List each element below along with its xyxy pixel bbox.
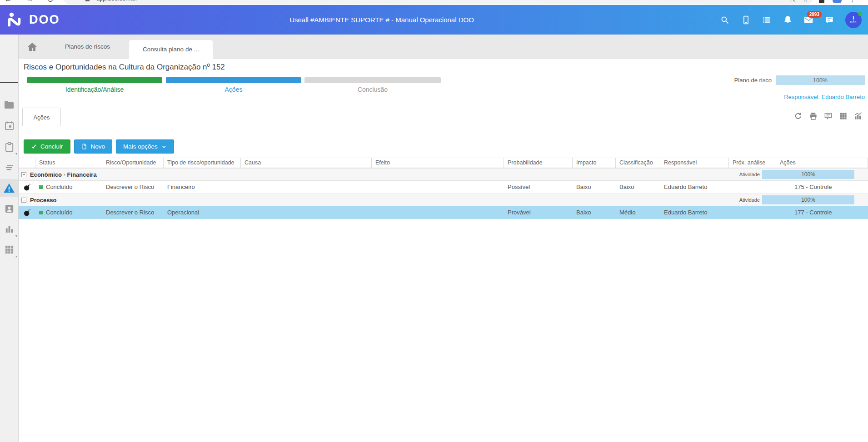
grid-header-cell[interactable]: Probabilidade bbox=[504, 158, 573, 168]
user-avatar[interactable]: ! DOO bbox=[845, 12, 862, 28]
responsible-link[interactable]: Responsável: Eduardo Barreto bbox=[784, 94, 865, 100]
grid-cell-responsavel: Eduardo Barreto bbox=[660, 181, 729, 194]
app-logo[interactable]: DOO bbox=[7, 11, 60, 29]
browser-bookmark-icon[interactable]: ☆ bbox=[803, 0, 808, 3]
status-cell: Concluído bbox=[35, 206, 102, 219]
group-row[interactable]: Econômico - FinanceiraAtividade100% bbox=[19, 168, 868, 181]
grid-cell-risco: Descrever o Risco bbox=[102, 206, 164, 219]
browser-menu-icon[interactable]: ⋮ bbox=[849, 0, 855, 3]
group-row[interactable]: ProcessoAtividade100% bbox=[19, 194, 868, 206]
sidebar: ▾ ▾ ▾ bbox=[0, 35, 19, 442]
bomb-icon bbox=[23, 183, 31, 191]
grid-header-cell[interactable]: Causa bbox=[241, 158, 372, 168]
status-green-square bbox=[39, 185, 43, 189]
grid-cell-impacto: Baixo bbox=[573, 206, 616, 219]
collapse-icon[interactable] bbox=[21, 172, 26, 177]
bomb-icon bbox=[23, 209, 31, 217]
concluir-button[interactable]: Concluir bbox=[24, 139, 70, 154]
refresh-icon[interactable] bbox=[794, 112, 803, 120]
status-cell: Concluído bbox=[35, 181, 102, 194]
stepper-label-acoes: Ações bbox=[166, 86, 301, 93]
mobile-icon[interactable] bbox=[741, 15, 751, 25]
browser-extension-icon[interactable] bbox=[819, 0, 824, 5]
grid-cell-tipo: Financeiro bbox=[164, 181, 241, 194]
new-document-icon bbox=[81, 144, 87, 149]
page-title: Riscos e Oportunidades na Cultura da Org… bbox=[24, 63, 225, 72]
activity-label: Atividade bbox=[739, 197, 760, 203]
group-name: Econômico - Financeira bbox=[30, 171, 97, 178]
grid-cell-tipo: Operacional bbox=[164, 206, 241, 219]
site-info-icon[interactable] bbox=[85, 0, 90, 1]
grid-cell-responsavel: Eduardo Barreto bbox=[660, 206, 729, 219]
tab-planos-de-riscos[interactable]: Planos de riscos bbox=[46, 35, 129, 59]
logo-text: DOO bbox=[29, 13, 60, 27]
grid-cell-acoes: 177 - Controle bbox=[776, 206, 868, 219]
grid-header-cell[interactable]: Efeito bbox=[372, 158, 504, 168]
sidebar-item-apps-grid[interactable]: ▾ bbox=[0, 241, 18, 258]
grid-cell-impacto: Baixo bbox=[573, 181, 616, 194]
plan-progress-label: Plano de risco bbox=[734, 77, 772, 84]
grid-cell-classificacao: Baixo bbox=[616, 181, 660, 194]
grid-header-cell[interactable]: Ações bbox=[776, 158, 868, 168]
notifications-bell-icon[interactable] bbox=[783, 15, 793, 25]
group-name: Processo bbox=[30, 197, 57, 204]
activity-progress-bar: 100% bbox=[762, 195, 854, 204]
sidebar-item-clipboard[interactable]: ▾ bbox=[0, 139, 18, 155]
novo-button[interactable]: Novo bbox=[74, 139, 113, 154]
grid-header-cell[interactable]: Próx. análise bbox=[729, 158, 776, 168]
stepper-segment-conclusao[interactable] bbox=[304, 77, 441, 83]
grid-header-cell[interactable] bbox=[19, 158, 35, 168]
mail-icon[interactable]: 2093 bbox=[803, 15, 813, 25]
sidebar-item-calendar[interactable] bbox=[0, 117, 18, 134]
grid-view-icon[interactable] bbox=[839, 112, 848, 120]
chat-icon[interactable] bbox=[824, 15, 834, 25]
activity-progress-bar: 100% bbox=[762, 170, 854, 179]
grid-body: Econômico - FinanceiraAtividade100%Concl… bbox=[19, 168, 868, 219]
grid-header-cell[interactable]: Classificação bbox=[616, 158, 660, 168]
search-icon[interactable] bbox=[720, 15, 730, 25]
menu-list-icon[interactable] bbox=[762, 15, 772, 25]
grid-row[interactable]: ConcluídoDescrever o RiscoOperacionalPro… bbox=[19, 206, 868, 219]
grid-header-cell[interactable]: Status bbox=[35, 158, 102, 168]
grid-header-cell[interactable]: Risco/Oportunidade bbox=[102, 158, 164, 168]
mais-opcoes-button[interactable]: Mais opções bbox=[116, 139, 174, 154]
risk-icon-cell bbox=[19, 209, 35, 217]
browser-chrome: ← → ↻ app.doo.com.br ⇱ ☆ ⋮ bbox=[0, 0, 868, 5]
browser-share-icon[interactable]: ⇱ bbox=[790, 0, 795, 3]
chart-icon[interactable] bbox=[854, 112, 863, 120]
sidebar-item-charts[interactable]: ▾ bbox=[0, 221, 18, 237]
risks-grid: StatusRisco/OportunidadeTipo de risco/op… bbox=[19, 158, 868, 219]
avatar-exclaim: ! bbox=[853, 16, 854, 21]
print-icon[interactable] bbox=[809, 112, 818, 120]
stepper-segment-identificacao[interactable] bbox=[27, 77, 162, 83]
grid-header-cell[interactable]: Tipo de risco/oportunidade bbox=[164, 158, 241, 168]
browser-forward-icon[interactable]: → bbox=[26, 0, 34, 4]
tab-consulta-plano[interactable]: Consulta plano de ... bbox=[129, 40, 213, 59]
browser-refresh-icon[interactable]: ↻ bbox=[47, 0, 53, 4]
grid-header-cell[interactable]: Responsável bbox=[660, 158, 729, 168]
browser-back-icon[interactable]: ← bbox=[5, 0, 12, 4]
doo-logo-icon bbox=[7, 11, 25, 29]
sidebar-item-lines[interactable] bbox=[0, 159, 18, 175]
subtab-acoes[interactable]: Ações bbox=[22, 108, 61, 126]
home-icon[interactable] bbox=[19, 35, 46, 59]
collapse-icon[interactable] bbox=[21, 198, 26, 203]
sidebar-item-folder[interactable] bbox=[0, 97, 18, 113]
url-text[interactable]: app.doo.com.br bbox=[96, 0, 137, 2]
grid-row[interactable]: ConcluídoDescrever o RiscoFinanceiroPoss… bbox=[19, 181, 868, 194]
environment-title: Useall #AMBIENTE SUPORTE # - Manual Oper… bbox=[289, 16, 474, 24]
grid-cell-classificacao: Médio bbox=[616, 206, 660, 219]
comment-icon[interactable] bbox=[824, 112, 833, 120]
chevron-down-icon bbox=[161, 144, 167, 149]
sidebar-item-contacts[interactable] bbox=[0, 200, 18, 217]
avatar-sub-text: DOO bbox=[850, 21, 857, 24]
hamburger-menu-icon[interactable] bbox=[0, 74, 18, 90]
grid-cell-probabilidade: Provável bbox=[504, 206, 573, 219]
stepper-segment-acoes[interactable] bbox=[166, 77, 301, 83]
grid-header-cell[interactable]: Impacto bbox=[573, 158, 616, 168]
stepper-label-conclusao: Conclusão bbox=[304, 86, 441, 93]
browser-profile-icon[interactable] bbox=[833, 0, 842, 5]
sidebar-item-risks[interactable] bbox=[0, 180, 18, 196]
browser-address-bar[interactable]: app.doo.com.br bbox=[64, 0, 813, 5]
window-tab-bar: Planos de riscos Consulta plano de ... bbox=[19, 35, 868, 59]
